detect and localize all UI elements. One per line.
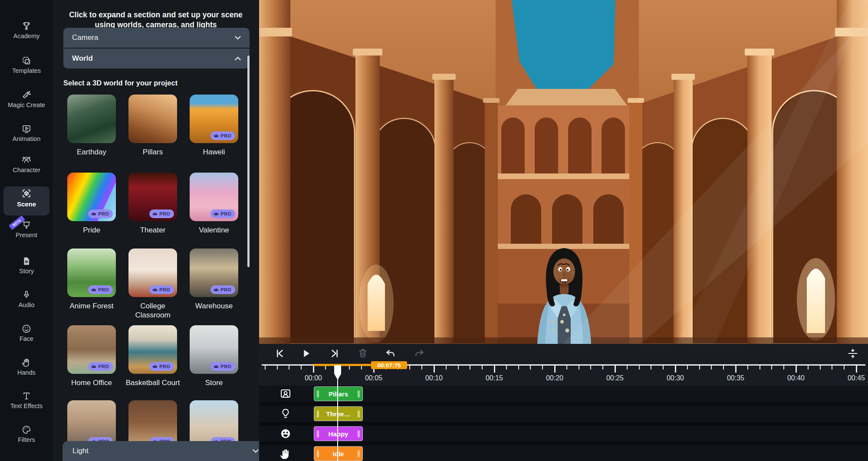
ruler-tick <box>554 366 556 373</box>
world-thumbnail[interactable]: PRO <box>190 95 238 143</box>
delete-button[interactable] <box>355 346 370 361</box>
world-thumbnail[interactable]: PRO <box>67 325 116 374</box>
animation-play-icon <box>21 124 32 134</box>
clip-trim-handle-right[interactable] <box>358 410 360 418</box>
world-thumbnail[interactable]: PRO <box>190 325 238 374</box>
panel-scrollbar[interactable] <box>247 56 250 267</box>
world-heading: Select a 3D world for your project <box>63 79 178 87</box>
pro-badge: PRO <box>149 209 174 218</box>
ruler-time-label: 00:35 <box>722 374 750 382</box>
sidebar-item-animation[interactable]: Animation <box>0 124 53 142</box>
sidebar-item-label: Templates <box>12 67 41 74</box>
section-world[interactable]: World <box>63 49 250 69</box>
timeline-track-pillars: Pillars <box>259 386 868 402</box>
timeline-clip[interactable]: Pillars <box>314 386 363 401</box>
ruler-tick <box>760 366 760 369</box>
world-name: Warehouse <box>186 301 242 311</box>
sidebar-item-magic-create[interactable]: Magic Create <box>0 90 53 108</box>
sidebar-item-story[interactable]: Story <box>0 256 53 275</box>
sidebar-item-hands[interactable]: Hands <box>0 357 53 376</box>
ruler-tick <box>590 366 591 369</box>
pro-badge: PRO <box>149 362 174 371</box>
sidebar-item-label: Filters <box>18 436 35 443</box>
ruler-tick <box>699 366 700 369</box>
world-thumbnail[interactable]: PRO <box>190 248 238 297</box>
text-t-icon <box>21 391 32 401</box>
sidebar-item-academy[interactable]: Academy <box>0 21 53 39</box>
sidebar-item-character[interactable]: Character <box>0 155 53 173</box>
clip-trim-handle-left[interactable] <box>317 390 319 398</box>
sidebar-item-templates[interactable]: Templates <box>0 56 53 74</box>
ruler-tick <box>711 366 712 369</box>
chevron-down-icon <box>251 446 259 456</box>
clip-trim-handle-right[interactable] <box>358 430 360 438</box>
ruler-tick <box>832 366 832 369</box>
clip-trim-handle-left[interactable] <box>317 450 319 458</box>
scene-setup-panel: Earthday PillarsPRO HaweliPRO PridePRO T… <box>53 0 259 461</box>
undo-button[interactable] <box>383 346 398 361</box>
ruler-tick <box>409 366 410 369</box>
ruler-tick <box>482 366 483 369</box>
ruler-tick <box>735 366 736 373</box>
playhead[interactable] <box>334 365 341 380</box>
clip-trim-handle-left[interactable] <box>317 410 319 418</box>
ruler-tick <box>639 366 640 369</box>
sidebar-item-face[interactable]: Face <box>0 324 53 342</box>
redo-button[interactable] <box>412 346 427 361</box>
ruler-tick <box>421 366 422 369</box>
sidebar-item-filters[interactable]: Filters <box>0 425 53 443</box>
world-thumbnail[interactable]: PRO <box>128 173 177 221</box>
app-window: Academy Templates Magic Create Animation… <box>0 0 868 461</box>
clip-label: Three… <box>326 410 351 418</box>
timeline-track-idle: Idle <box>259 445 868 461</box>
pro-badge: PRO <box>210 209 235 218</box>
sidebar-item-scene[interactable]: Scene <box>3 186 49 216</box>
clip-trim-handle-right[interactable] <box>358 390 360 398</box>
world-thumbnail[interactable] <box>128 95 177 143</box>
world-thumbnail[interactable]: PRO <box>128 248 177 297</box>
panel-instructions: Click to expand a section and set up you… <box>65 10 247 30</box>
ruler-tick <box>530 366 531 369</box>
world-thumbnail[interactable]: PRO <box>190 173 238 221</box>
scene-cube-icon <box>21 188 32 199</box>
timeline-clip[interactable]: Idle <box>314 446 363 461</box>
world-thumbnail[interactable]: PRO <box>67 173 116 221</box>
story-doc-icon <box>21 256 32 266</box>
world-thumbnail[interactable]: PRO <box>67 248 116 297</box>
pro-badge: PRO <box>88 362 113 371</box>
ruler-tick <box>820 366 821 369</box>
timeline-clip[interactable]: Three… <box>314 406 363 421</box>
world-item-college-classroom: PRO College Classroom <box>128 248 177 320</box>
clip-trim-handle-right[interactable] <box>358 450 360 458</box>
face-smile-icon <box>21 324 32 334</box>
sidebar-item-audio[interactable]: Audio <box>0 290 53 308</box>
section-light[interactable]: Light <box>62 441 259 461</box>
play-button[interactable] <box>299 346 313 361</box>
world-thumbnail[interactable]: PRO <box>128 325 177 374</box>
skip-start-button[interactable] <box>273 346 287 361</box>
sidebar-item-label: Scene <box>17 200 36 208</box>
section-camera[interactable]: Camera <box>63 28 250 48</box>
skip-forward-button[interactable] <box>327 346 342 361</box>
viewport-3d-scene[interactable] <box>259 0 868 344</box>
magic-wand-icon <box>21 90 32 100</box>
sidebar-item-text-effects[interactable]: Text Effects <box>0 391 53 409</box>
filter-palette-icon <box>21 425 32 435</box>
ruler-tick <box>434 366 435 373</box>
ruler-tick <box>723 366 724 369</box>
ruler-tick <box>506 366 507 369</box>
ruler-tick <box>602 366 603 369</box>
sidebar-item-present[interactable]: BETA Present <box>0 220 53 239</box>
ruler-time-label: 00:20 <box>541 374 569 382</box>
ruler-time-label: 00:00 <box>299 374 327 382</box>
collapse-timeline-button[interactable] <box>845 346 860 361</box>
clip-label: Pillars <box>329 390 348 398</box>
world-thumbnail[interactable] <box>67 95 116 143</box>
clip-trim-handle-left[interactable] <box>317 430 319 438</box>
sidebar-item-label: Story <box>19 268 34 275</box>
timeline-clip[interactable]: Happy <box>314 426 363 441</box>
ruler-tick <box>856 366 857 373</box>
world-name: Theater <box>125 226 181 235</box>
sidebar-item-label: Hands <box>17 369 36 376</box>
ruler-tick <box>494 366 495 373</box>
